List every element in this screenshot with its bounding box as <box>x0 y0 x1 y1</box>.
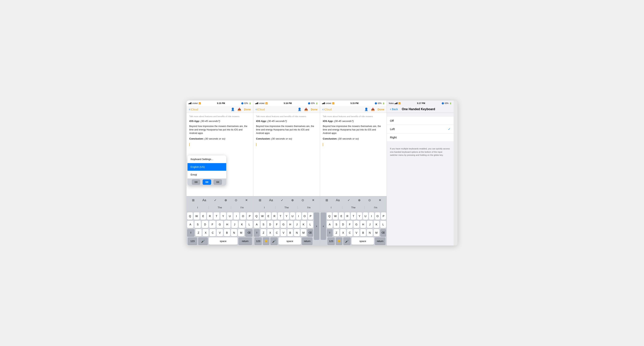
key-emoji-2[interactable]: 😊 <box>263 237 269 245</box>
share-icon-2[interactable]: 📤 <box>304 108 308 111</box>
key-x-1[interactable]: X <box>202 229 209 236</box>
key-x-3[interactable]: X <box>340 229 346 236</box>
key-p-1[interactable]: P <box>247 212 252 220</box>
key-h-1[interactable]: H <box>224 221 230 228</box>
key-b-3[interactable]: B <box>360 229 366 236</box>
key-b-1[interactable]: B <box>224 229 230 236</box>
key-o-3[interactable]: O <box>375 212 380 220</box>
back-button-3[interactable]: iCloud <box>322 107 332 111</box>
person-add-icon-2[interactable]: 👤 <box>298 108 302 111</box>
key-i-2[interactable]: I <box>296 212 301 220</box>
key-k-1[interactable]: K <box>239 221 245 228</box>
suggestion-im-3[interactable]: I'm <box>364 206 387 209</box>
key-j-2[interactable]: J <box>294 221 300 228</box>
settings-option-right[interactable]: Right <box>387 133 454 141</box>
key-k-2[interactable]: K <box>301 221 306 228</box>
key-e-1[interactable]: E <box>200 212 206 220</box>
key-w-2[interactable]: W <box>260 212 265 220</box>
popup-english-us-1[interactable]: English (US) <box>188 163 226 171</box>
key-d-1[interactable]: D <box>202 221 208 228</box>
format-icon-1[interactable]: Aa <box>202 198 206 202</box>
key-q-3[interactable]: Q <box>327 212 332 220</box>
settings-back-button[interactable]: Back <box>390 107 398 111</box>
key-h-3[interactable]: H <box>360 221 366 228</box>
key-numbers-2[interactable]: 123 <box>254 237 262 245</box>
key-u-3[interactable]: U <box>363 212 368 220</box>
popup-emoji-1[interactable]: Emoji <box>188 171 226 178</box>
key-e-3[interactable]: E <box>339 212 344 220</box>
key-space-2[interactable]: space <box>279 237 301 245</box>
key-m-1[interactable]: M <box>238 229 244 236</box>
key-f-1[interactable]: F <box>209 221 216 228</box>
key-p-3[interactable]: P <box>381 212 386 220</box>
key-d-3[interactable]: D <box>340 221 346 228</box>
suggestion-im-2[interactable]: I'm <box>298 206 320 209</box>
key-w-1[interactable]: W <box>194 212 199 220</box>
key-t-3[interactable]: T <box>351 212 356 220</box>
key-l-2[interactable]: L <box>307 221 313 228</box>
key-o-1[interactable]: O <box>240 212 246 220</box>
key-j-3[interactable]: J <box>367 221 373 228</box>
key-t-1[interactable]: T <box>214 212 219 220</box>
share-icon-3[interactable]: 📤 <box>371 108 375 111</box>
key-q-1[interactable]: Q <box>187 212 193 220</box>
key-s-2[interactable]: S <box>261 221 266 228</box>
suggestion-the-3[interactable]: The <box>342 206 364 209</box>
key-r-2[interactable]: R <box>272 212 277 220</box>
key-n-3[interactable]: N <box>367 229 372 236</box>
key-d-2[interactable]: D <box>267 221 273 228</box>
add-icon-3[interactable]: ⊕ <box>358 198 360 202</box>
key-v-1[interactable]: V <box>217 229 223 236</box>
key-delete-2[interactable]: ⌫ <box>307 229 313 236</box>
key-return-1[interactable]: return <box>238 237 252 245</box>
key-l-1[interactable]: L <box>246 221 252 228</box>
done-button-1[interactable]: Done <box>244 108 251 111</box>
key-y-2[interactable]: Y <box>284 212 289 220</box>
close-icon-1[interactable]: ✕ <box>245 198 248 202</box>
close-icon-2[interactable]: ✕ <box>312 198 314 202</box>
key-z-3[interactable]: Z <box>334 229 339 236</box>
suggestion-i-3[interactable]: I <box>320 206 342 209</box>
key-return-3[interactable]: return <box>375 237 386 245</box>
key-g-2[interactable]: G <box>280 221 286 228</box>
key-c-3[interactable]: C <box>347 229 352 236</box>
kb-center-selector-1[interactable]: ⌨ <box>202 179 211 185</box>
key-e-2[interactable]: E <box>266 212 271 220</box>
suggestion-im-1[interactable]: I'm <box>231 206 253 209</box>
key-f-2[interactable]: F <box>274 221 280 228</box>
expand-left-arrow-3[interactable]: ‹ <box>321 212 326 240</box>
key-x-2[interactable]: X <box>267 229 273 236</box>
key-emoji-3[interactable]: 😊 <box>336 237 342 245</box>
key-i-3[interactable]: I <box>369 212 374 220</box>
key-space-3[interactable]: space <box>352 237 374 245</box>
key-a-1[interactable]: A <box>187 221 194 228</box>
key-f-3[interactable]: F <box>347 221 353 228</box>
settings-option-off[interactable]: Off <box>387 117 454 125</box>
format-icon-2[interactable]: Aa <box>269 198 273 202</box>
key-m-3[interactable]: M <box>374 229 379 236</box>
key-z-2[interactable]: Z <box>261 229 266 236</box>
key-a-3[interactable]: A <box>327 221 333 228</box>
send-icon-1[interactable]: ⊙ <box>235 198 237 202</box>
key-s-3[interactable]: S <box>334 221 340 228</box>
key-r-3[interactable]: R <box>345 212 350 220</box>
suggestion-the-1[interactable]: The <box>209 206 231 209</box>
add-icon-2[interactable]: ⊕ <box>291 198 294 202</box>
key-space-1[interactable]: space <box>209 237 238 245</box>
suggestion-the-2[interactable]: The <box>276 206 298 209</box>
key-s-1[interactable]: S <box>194 221 201 228</box>
settings-option-left[interactable]: Left ✓ <box>387 125 454 133</box>
key-w-3[interactable]: W <box>333 212 338 220</box>
key-j-1[interactable]: J <box>232 221 238 228</box>
key-numbers-1[interactable]: 123 <box>188 237 197 245</box>
key-v-3[interactable]: V <box>354 229 359 236</box>
popup-keyboard-settings-1[interactable]: Keyboard Settings... <box>188 156 226 163</box>
key-y-3[interactable]: Y <box>357 212 362 220</box>
expand-right-arrow-2[interactable]: › <box>314 212 319 240</box>
key-g-1[interactable]: G <box>216 221 223 228</box>
kb-left-selector-1[interactable]: ⌨ <box>192 179 200 185</box>
key-g-3[interactable]: G <box>354 221 359 228</box>
person-add-icon-1[interactable]: 👤 <box>231 108 235 111</box>
key-r-1[interactable]: R <box>207 212 213 220</box>
key-z-1[interactable]: Z <box>196 229 202 236</box>
